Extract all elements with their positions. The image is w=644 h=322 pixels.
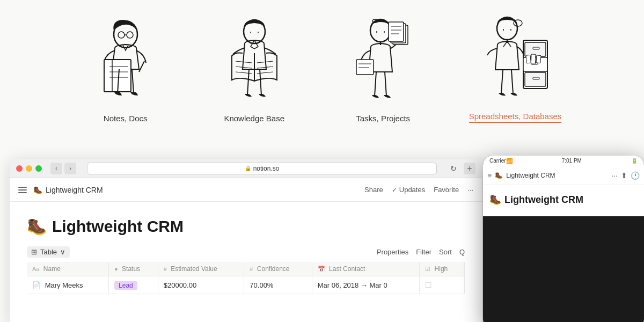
svg-rect-51 xyxy=(531,54,536,64)
table-toolbar: ⊞ Table ∨ Properties Filter Sort Q xyxy=(27,246,465,258)
favorite-button[interactable]: Favorite xyxy=(434,186,459,194)
browser-titlebar: ‹ › 🔒 notion.so ↻ + xyxy=(10,159,482,178)
illus-label-spreadsheets: Spreadsheets, Databases xyxy=(469,112,562,123)
illustrations-section: Notes, Docs xyxy=(0,0,644,128)
browser-window: ‹ › 🔒 notion.so ↻ + 🥾 Lightweight CRM Sh… xyxy=(10,159,482,322)
svg-point-2 xyxy=(127,32,133,38)
col-header-high: ☑ High xyxy=(420,262,465,276)
illus-item-spreadsheets[interactable]: Spreadsheets, Databases xyxy=(469,11,562,123)
phone-title-icon: 🥾 xyxy=(489,194,501,206)
phone-page-title: 🥾 Lightweight CRM xyxy=(489,194,638,206)
col-icon-status: ● xyxy=(114,266,118,272)
wifi-icon: 📶 xyxy=(506,158,513,164)
col-icon-value: # xyxy=(164,266,167,272)
phone-hamburger-icon[interactable]: ≡ xyxy=(487,171,492,180)
ham-line-2 xyxy=(18,189,27,191)
breadcrumb: 🥾 Lightweight CRM xyxy=(33,186,103,194)
illus-item-notes-docs[interactable]: Notes, Docs xyxy=(83,13,169,123)
col-header-contact: 📅 Last Contact xyxy=(312,262,420,276)
properties-button[interactable]: Properties xyxy=(377,248,408,256)
ham-line-3 xyxy=(18,192,27,193)
row-icon: 📄 xyxy=(32,281,41,289)
table-row[interactable]: 📄 Mary Meeks Lead $20000.00 70.00% Mar 0… xyxy=(27,276,465,294)
table-icon: ⊞ xyxy=(31,248,37,256)
col-header-confidence: # Confidence xyxy=(244,262,312,276)
hamburger-menu[interactable] xyxy=(18,187,27,193)
phone-share-icon[interactable]: ⬆ xyxy=(621,171,627,180)
cell-name: 📄 Mary Meeks xyxy=(27,276,109,294)
phone-page-name: Lightweight CRM xyxy=(506,172,555,179)
phone-header-actions: ··· ⬆ 🕐 xyxy=(611,171,640,180)
checkbox-icon[interactable]: ☐ xyxy=(425,281,432,289)
more-button[interactable]: ··· xyxy=(467,186,473,194)
page-emoji: 🥾 xyxy=(27,217,47,236)
forward-button[interactable]: › xyxy=(64,163,76,174)
page-icon-nav: 🥾 xyxy=(33,186,42,194)
illus-figure-tasks xyxy=(340,13,426,109)
col-label-value: Estimated Value xyxy=(171,265,217,273)
illus-item-tasks-projects[interactable]: Tasks, Projects xyxy=(340,13,426,123)
illus-label-tasks: Tasks, Projects xyxy=(356,114,410,123)
traffic-lights xyxy=(16,165,42,172)
minimize-button[interactable] xyxy=(26,165,32,172)
cell-confidence: 70.00% xyxy=(244,276,312,294)
reload-button[interactable]: ↻ xyxy=(448,163,459,174)
maximize-button[interactable] xyxy=(35,165,42,172)
phone-notion-header: ≡ 🥾 Lightweight CRM ··· ⬆ 🕐 xyxy=(483,166,644,185)
col-icon-name: Aa xyxy=(32,266,39,272)
chevron-down-icon: ∨ xyxy=(60,248,65,256)
phone-clock-icon[interactable]: 🕐 xyxy=(631,171,640,180)
notion-header: 🥾 Lightweight CRM Share ✓ Updates Favori… xyxy=(10,178,482,202)
svg-line-55 xyxy=(501,70,503,94)
col-header-value: # Estimated Value xyxy=(158,262,244,276)
svg-rect-50 xyxy=(526,55,531,63)
svg-line-56 xyxy=(511,70,513,94)
phone-content: 🥾 Lightweight CRM xyxy=(483,185,644,216)
share-button[interactable]: Share xyxy=(364,186,383,194)
cell-high: ☐ xyxy=(420,276,465,294)
svg-line-17 xyxy=(236,67,252,68)
phone-more-icon[interactable]: ··· xyxy=(611,171,618,180)
back-button[interactable]: ‹ xyxy=(50,163,62,174)
crm-table: Aa Name ● Status # Estimated Value # Con… xyxy=(27,262,465,294)
col-label-name: Name xyxy=(43,265,61,273)
add-tab-button[interactable]: + xyxy=(464,163,475,174)
cell-name-value: Mary Meeks xyxy=(45,281,83,289)
phone-time: 7:01 PM xyxy=(513,158,631,164)
illus-figure-knowledge xyxy=(211,13,297,109)
updates-button[interactable]: ✓ Updates xyxy=(392,186,425,194)
cell-value: $20000.00 xyxy=(158,276,244,294)
address-bar[interactable]: 🔒 notion.so xyxy=(87,163,437,174)
page-title: Lightweight CRM xyxy=(52,217,184,236)
carrier-text: Carrier xyxy=(489,158,506,164)
url-text: notion.so xyxy=(253,165,280,172)
phone-status-bar: Carrier 📶 7:01 PM 🔋 xyxy=(483,156,644,166)
col-label-confidence: Confidence xyxy=(257,265,290,273)
browser-nav-arrows: ‹ › xyxy=(50,163,76,174)
illus-item-knowledge-base[interactable]: Knowledge Base xyxy=(211,13,297,123)
col-label-status: Status xyxy=(122,265,140,273)
svg-line-20 xyxy=(257,67,273,68)
sort-button[interactable]: Sort xyxy=(439,248,452,256)
svg-line-39 xyxy=(385,72,386,96)
illus-label-notes: Notes, Docs xyxy=(104,114,148,123)
updates-label: Updates xyxy=(399,186,425,194)
col-icon-high: ☑ xyxy=(425,266,430,272)
table-view-label: Table xyxy=(40,248,57,256)
notion-page: 🥾 Lightweight CRM ⊞ Table ∨ Properties F… xyxy=(10,202,482,303)
checkmark-icon: ✓ xyxy=(392,186,397,194)
svg-rect-52 xyxy=(536,55,541,63)
svg-rect-31 xyxy=(389,22,404,41)
svg-point-1 xyxy=(118,32,125,38)
close-button[interactable] xyxy=(16,165,23,172)
svg-line-11 xyxy=(132,69,134,93)
col-icon-confidence: # xyxy=(250,266,253,272)
table-view-button[interactable]: ⊞ Table ∨ xyxy=(27,246,70,258)
page-title-area: 🥾 Lightweight CRM xyxy=(27,217,465,236)
svg-line-38 xyxy=(375,72,376,96)
header-actions: Share ✓ Updates Favorite ··· xyxy=(364,186,473,194)
search-button[interactable]: Q xyxy=(459,248,465,256)
filter-button[interactable]: Filter xyxy=(416,248,431,256)
col-icon-contact: 📅 xyxy=(318,266,325,272)
col-header-status: ● Status xyxy=(109,262,158,276)
